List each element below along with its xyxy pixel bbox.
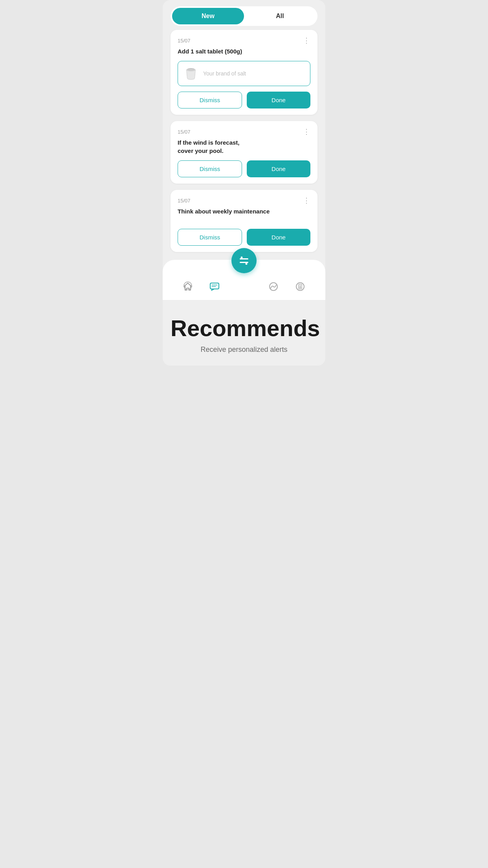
card-header-3: 15/07 ⋮ (178, 197, 310, 204)
card-actions-3: Dismiss Done (178, 229, 310, 246)
done-button-2[interactable]: Done (247, 160, 310, 177)
card-title-2: If the wind is forecast,cover your pool. (178, 138, 310, 155)
app-container: New All 15/07 ⋮ Add 1 salt tablet (500g) (163, 0, 325, 366)
recommends-title: Recommends (171, 316, 317, 341)
recommends-subtitle: Receive personalized alerts (171, 346, 317, 354)
center-btn-container (171, 248, 317, 273)
tab-new[interactable]: New (172, 8, 244, 24)
remote-icon (295, 281, 306, 292)
recommends-section: Recommends Receive personalized alerts (163, 300, 325, 366)
card-menu-icon-3[interactable]: ⋮ (303, 197, 310, 204)
card-date-3: 15/07 (178, 198, 191, 204)
nav-chart[interactable] (264, 281, 283, 292)
done-button-3[interactable]: Done (247, 229, 310, 246)
chat-icon (209, 281, 220, 292)
chart-icon (268, 281, 279, 292)
svg-point-4 (241, 257, 243, 259)
notification-card: 15/07 ⋮ Add 1 salt tablet (500g) Your br… (171, 30, 317, 115)
tab-wrapper: New All (171, 6, 317, 26)
bucket-icon (183, 66, 198, 81)
center-icon (238, 255, 250, 267)
svg-rect-2 (240, 258, 248, 259)
card-header: 15/07 ⋮ (178, 37, 310, 44)
salt-input-container[interactable]: Your brand of salt (178, 61, 310, 86)
bottom-nav (163, 260, 325, 300)
card-menu-icon-1[interactable]: ⋮ (303, 37, 310, 44)
card-actions-1: Dismiss Done (178, 92, 310, 108)
notification-card-2: 15/07 ⋮ If the wind is forecast,cover yo… (171, 121, 317, 184)
card-header-2: 15/07 ⋮ (178, 128, 310, 135)
nav-icons (171, 281, 317, 292)
nav-chat[interactable] (205, 281, 224, 292)
done-button-1[interactable]: Done (247, 92, 310, 108)
svg-point-13 (300, 285, 301, 287)
card-date-2: 15/07 (178, 129, 191, 135)
svg-rect-7 (210, 283, 219, 289)
center-nav-button[interactable] (231, 248, 257, 273)
tab-bar: New All (163, 0, 325, 30)
card-title-1: Add 1 salt tablet (500g) (178, 47, 310, 55)
nav-remote[interactable] (290, 281, 310, 292)
dismiss-button-2[interactable]: Dismiss (178, 160, 242, 177)
tab-all[interactable]: All (244, 8, 316, 24)
card-date-1: 15/07 (178, 38, 191, 44)
dismiss-button-1[interactable]: Dismiss (178, 92, 242, 108)
nav-home[interactable] (178, 281, 198, 292)
card-title-3: Think about weekly maintenance (178, 207, 310, 215)
svg-point-5 (246, 263, 248, 265)
cards-container: 15/07 ⋮ Add 1 salt tablet (500g) Your br… (163, 30, 325, 252)
dismiss-button-3[interactable]: Dismiss (178, 229, 242, 246)
svg-rect-3 (240, 262, 248, 263)
home-icon (182, 281, 193, 292)
card-actions-2: Dismiss Done (178, 160, 310, 177)
salt-input-placeholder: Your brand of salt (203, 70, 246, 77)
notification-card-3: 15/07 ⋮ Think about weekly maintenance D… (171, 190, 317, 252)
card-menu-icon-2[interactable]: ⋮ (303, 128, 310, 135)
